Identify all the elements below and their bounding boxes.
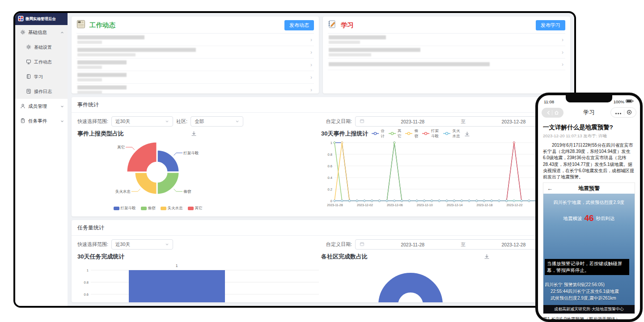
list-item[interactable]: ›	[328, 59, 565, 70]
event-stats-card: 事件统计 快速选择范围: 近30天 社区: 全部 自定义日期: 2023-11-…	[72, 97, 570, 216]
chevron-up-icon	[60, 31, 64, 34]
legend-item-打架斗殴[interactable]: 打架斗殴	[114, 206, 136, 211]
sidebar-item-学习[interactable]: 学习	[15, 69, 68, 84]
sidebar-item-操作日志[interactable]: 操作日志	[15, 84, 68, 99]
battery-icon	[626, 99, 634, 104]
legend-label: 偷窃	[414, 129, 418, 139]
legend-label: 失火水患	[452, 129, 461, 139]
task-range-select[interactable]: 近30天	[111, 239, 173, 250]
list-item[interactable]: ›	[76, 84, 314, 93]
gear-icon	[20, 30, 25, 36]
phone-mockup: 11:08 100% 学习 一文详解什么是地震预警? 2023-12-20 11…	[535, 93, 643, 322]
event-stats-title: 事件统计	[72, 97, 570, 113]
sidebar-group: 基础信息基础设置工作动态学习操作日志	[15, 25, 68, 99]
donut-slice-全部完成数	[388, 283, 433, 302]
legend-item-打架斗殴[interactable]: 打架斗殴	[422, 129, 440, 139]
warning-screenshot: ← 地震预警 四川长宁地震，武侯预估烈度2.9度 地震横波46秒后到达 当播放预…	[543, 182, 635, 314]
range-filter-label: 快速选择范围:	[77, 118, 108, 125]
chevron-right-icon: ›	[310, 50, 313, 55]
task-completion-bar-chart: 10.80.60.40.201	[77, 261, 321, 302]
list-item[interactable]: ›	[76, 34, 314, 46]
article-meta: 2023-12-20 11:07:13 发布于: 许曦	[543, 133, 635, 139]
sidebar-group: 成员管理	[15, 99, 68, 114]
legend-item-偷窃[interactable]: 偷窃	[405, 129, 418, 139]
task-charts-row: 30天任务完成统计 10.80.60.40.201 各社区完成数占比	[72, 252, 570, 302]
article: 一文详解什么是地震预警? 2023-12-20 11:07:13 发布于: 许曦…	[538, 123, 640, 322]
sidebar-item-基础设置[interactable]: 基础设置	[15, 40, 68, 55]
miniprogram-capsule[interactable]	[610, 107, 636, 118]
sidebar-item-label: 任务事件	[28, 118, 47, 124]
svg-text:2023-12-22: 2023-12-22	[506, 203, 522, 207]
bar-chart-area: 30天任务完成统计 10.80.60.40.201	[77, 252, 321, 300]
sidebar-group: 任务事件	[15, 114, 68, 128]
chevron-right-icon: ›	[310, 75, 313, 80]
chevron-down-icon	[235, 119, 239, 123]
legend-item-失火水患[interactable]: 失火水患	[443, 129, 461, 139]
article-title: 一文详解什么是地震预警?	[543, 123, 635, 131]
legend-swatch	[188, 207, 194, 210]
event-range-select[interactable]: 近30天	[111, 116, 173, 127]
event-type-rose-chart: 打架斗殴偷窃失火水患其它	[77, 138, 321, 204]
list-item[interactable]: ›	[76, 46, 314, 59]
event-date-range-picker[interactable]: 2023-11-28 至 2023-12-28	[355, 116, 564, 127]
sidebar-item-任务事件[interactable]: 任务事件	[15, 114, 68, 128]
download-icon[interactable]	[191, 131, 197, 136]
app-logo-icon	[18, 16, 24, 22]
chevron-right-icon: ›	[310, 62, 313, 68]
legend-item-合计[interactable]: 合计	[372, 129, 385, 139]
redacted-bar	[77, 35, 144, 39]
pie-legend: 打架斗殴偷窃失火水患其它	[77, 206, 238, 211]
line-series-合计	[335, 143, 551, 201]
legend-item-偷窃[interactable]: 偷窃	[141, 206, 156, 211]
calendar-icon	[360, 119, 364, 124]
pie-slice-其它	[127, 142, 157, 172]
download-icon[interactable]	[464, 131, 470, 137]
svg-text:2023-12-10: 2023-12-10	[417, 203, 433, 207]
list-item[interactable]: ›	[328, 34, 565, 46]
line-series-失火水患	[335, 143, 551, 201]
list-item[interactable]: ›	[76, 59, 314, 71]
download-icon[interactable]	[484, 254, 490, 259]
task-date-range-picker[interactable]: 2023-11-28 至 2023-12-28	[355, 239, 564, 250]
legend-label: 打架斗殴	[431, 129, 440, 139]
publish-study-button[interactable]: 发布学习	[536, 20, 565, 30]
redacted-bar	[77, 91, 102, 93]
legend-label: 其它	[398, 129, 402, 139]
list-item[interactable]: ›	[328, 46, 565, 59]
warning-footer: 成都高新减灾研究所·大陆地震预警中心	[543, 305, 635, 314]
work-panel-title: 工作动态	[89, 21, 115, 30]
redacted-text	[329, 62, 490, 66]
legend-item-失火水患[interactable]: 失火水患	[161, 206, 183, 211]
sidebar-item-label: 工作动态	[34, 59, 52, 65]
legend-item-其它[interactable]: 其它	[389, 129, 402, 139]
sidebar-item-成员管理[interactable]: 成员管理	[15, 99, 68, 114]
battery-percent: 100%	[614, 99, 624, 104]
svg-text:0.6: 0.6	[328, 164, 332, 168]
event-charts-row: 事件上报类型占比 打架斗殴偷窃失火水患其它 打架斗殴偷窃失火水患其它 30天事件…	[72, 129, 570, 216]
redacted-bar	[77, 78, 102, 81]
article-paragraph: 2019年6月17日22时55分在四川省宜宾市长宁县（北纬28.39度，东经10…	[543, 142, 635, 180]
community-select[interactable]: 全部	[191, 116, 243, 127]
redacted-bar	[77, 60, 127, 64]
capsule-divider	[624, 110, 624, 115]
svg-text:1: 1	[87, 268, 89, 272]
log-icon	[26, 89, 31, 95]
line-series-打架斗殴	[335, 143, 551, 201]
more-icon[interactable]	[615, 109, 622, 117]
sidebar-item-工作动态[interactable]: 工作动态	[15, 55, 68, 69]
redacted-bar	[329, 62, 490, 66]
chevron-down-icon	[165, 242, 169, 246]
legend-item-其它[interactable]: 其它	[188, 206, 203, 211]
redacted-text	[329, 48, 420, 56]
legend-marker	[389, 131, 396, 136]
legend-label: 其它	[195, 206, 203, 211]
status-time: 11:08	[544, 99, 554, 104]
task-date-label: 自定义日期:	[326, 241, 352, 248]
list-item[interactable]: ›	[76, 71, 314, 84]
pie-chart-area: 事件上报类型占比 打架斗殴偷窃失火水患其它 打架斗殴偷窃失火水患其它	[77, 129, 321, 214]
study-panel: 学习 发布学习 ›››	[323, 17, 570, 93]
close-target-icon[interactable]	[627, 109, 632, 117]
publish-work-button[interactable]: 发布动态	[284, 20, 314, 30]
redacted-text	[329, 35, 386, 44]
sidebar-item-基础信息[interactable]: 基础信息	[15, 25, 68, 40]
